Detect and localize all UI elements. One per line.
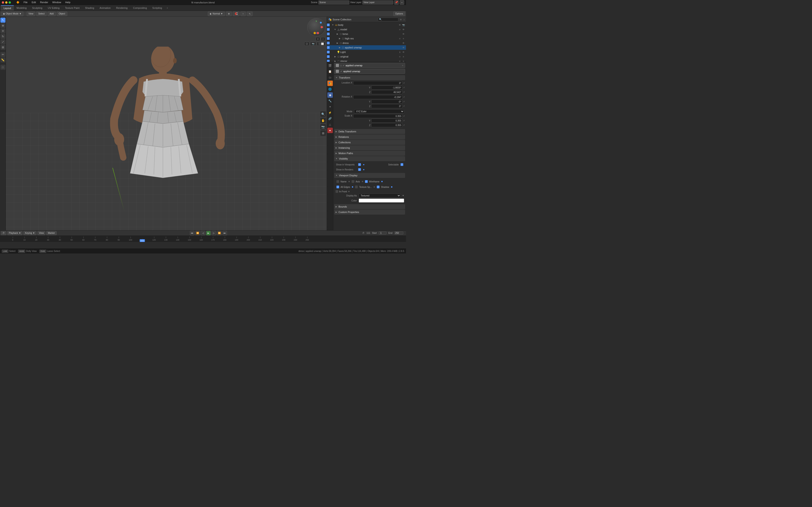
select-menu[interactable]: Select bbox=[36, 11, 47, 16]
prev-keyframe-btn[interactable]: ⏪ bbox=[195, 231, 200, 235]
material-props-icon[interactable]: ● bbox=[327, 128, 333, 133]
menu-render[interactable]: Render bbox=[38, 0, 50, 4]
rotation-y-input[interactable] bbox=[371, 100, 402, 104]
tab-texture-paint[interactable]: Texture Paint bbox=[62, 5, 82, 11]
close-button[interactable] bbox=[2, 1, 4, 4]
add-workspace-icon[interactable]: + bbox=[400, 0, 404, 5]
tab-compositing[interactable]: Compositing bbox=[130, 5, 150, 11]
camera-view-btn[interactable]: 📷 bbox=[310, 42, 316, 46]
scale-z-lock[interactable]: ↺ bbox=[402, 124, 406, 127]
transform-tool[interactable]: ⊞ bbox=[0, 45, 5, 50]
zoom-in-btn[interactable]: + bbox=[316, 37, 320, 41]
tab-rendering[interactable]: Rendering bbox=[113, 5, 130, 11]
zoom-out-btn[interactable]: − bbox=[321, 37, 325, 41]
object-props-icon[interactable]: ◉ bbox=[327, 92, 333, 98]
outliner-sort-icon[interactable]: ↕ bbox=[404, 18, 405, 21]
rotation-x-input[interactable] bbox=[353, 95, 402, 99]
tab-sculpting[interactable]: Sculpting bbox=[30, 5, 45, 11]
measure-tool[interactable]: 📏 bbox=[0, 57, 5, 62]
shadow-checkbox[interactable]: ✓ bbox=[377, 186, 379, 188]
go-to-start-btn[interactable]: ⏮ bbox=[190, 231, 194, 235]
scale-y-lock[interactable]: ↺ bbox=[402, 119, 406, 122]
pin-icon[interactable]: 📌 bbox=[394, 0, 399, 5]
torso-eye-icon[interactable]: 👁 bbox=[402, 33, 405, 35]
instancing-header[interactable]: ▶ Instancing bbox=[334, 145, 405, 150]
output-props-icon[interactable]: 📋 bbox=[327, 69, 333, 74]
rotation-mode-select[interactable]: XYZ Euler XZY Euler Axis Angle Quaternio… bbox=[354, 109, 404, 113]
all-edges-checkbox[interactable]: ✓ bbox=[337, 186, 339, 188]
data-name-input[interactable] bbox=[343, 70, 404, 73]
model-arrow[interactable]: ▼ bbox=[334, 28, 337, 31]
object-color-swatch[interactable] bbox=[336, 64, 339, 67]
light-checkbox[interactable]: ✓ bbox=[327, 51, 329, 53]
scale-z-input[interactable] bbox=[371, 123, 402, 127]
original-checkbox[interactable]: ✓ bbox=[327, 55, 329, 58]
torso-arrow[interactable]: ▶ bbox=[336, 33, 339, 35]
particles-props-icon[interactable]: ✦ bbox=[327, 104, 333, 110]
maximize-button[interactable] bbox=[9, 1, 11, 4]
bounds-header[interactable]: ▶ Bounds bbox=[334, 204, 405, 209]
viewport-3d[interactable]: User Perspective (111) dress | applied u… bbox=[6, 17, 327, 230]
go-to-end-btn[interactable]: ⏭ bbox=[222, 231, 227, 235]
tab-shading[interactable]: Shading bbox=[82, 5, 97, 11]
snap-toggle[interactable]: 🧲 bbox=[233, 11, 240, 16]
motion-paths-header[interactable]: ▶ Motion Paths bbox=[334, 151, 405, 156]
body-arrow[interactable]: ▼ bbox=[331, 24, 335, 26]
original-arrow[interactable]: ▶ bbox=[334, 55, 337, 58]
viewport-display-header[interactable]: ▼ Viewport Display bbox=[334, 173, 405, 178]
end-frame-input[interactable] bbox=[394, 232, 403, 234]
planar-arrow[interactable]: ▶ bbox=[334, 60, 337, 62]
tab-uv-editing[interactable]: UV Editing bbox=[45, 5, 62, 11]
tree-item-torso[interactable]: ✓ ▶ □ torso 👁 bbox=[327, 32, 406, 36]
add-tab-button[interactable]: + bbox=[165, 6, 170, 10]
location-y-input[interactable] bbox=[371, 86, 402, 90]
tree-item-original[interactable]: ✓ ▶ □ original ≡ ≡ bbox=[327, 54, 406, 59]
tree-item-planar[interactable]: ✓ ▶ □ planar ≡ ≡ bbox=[327, 59, 406, 62]
search-icon[interactable]: 🔍 bbox=[320, 111, 326, 117]
orig-icon2[interactable]: ≡ bbox=[402, 55, 405, 58]
tree-item-light[interactable]: ✓ 💡 Light ℹ 👁 bbox=[327, 50, 406, 54]
orig-icon1[interactable]: ≡ bbox=[398, 55, 401, 58]
proportional-edit[interactable]: ○ bbox=[240, 11, 246, 16]
planar-icon2[interactable]: ≡ bbox=[402, 60, 405, 62]
rotation-z-input[interactable] bbox=[371, 104, 402, 108]
view-layer-props-icon[interactable]: 🗂 bbox=[327, 75, 333, 80]
axis-checkbox[interactable] bbox=[352, 180, 354, 183]
visibility-header[interactable]: ▼ Visibility bbox=[334, 156, 405, 161]
tree-item-high-res[interactable]: ✓ ▶ □ high res ≡ ≡ bbox=[327, 36, 406, 41]
location-z-input[interactable] bbox=[371, 90, 402, 94]
menu-edit[interactable]: Edit bbox=[30, 0, 38, 4]
dress-checkbox[interactable]: ✓ bbox=[327, 42, 329, 44]
high-res-checkbox[interactable]: ✓ bbox=[327, 37, 329, 40]
next-keyframe-btn[interactable]: ⏩ bbox=[217, 231, 221, 235]
display-as-select[interactable]: Textured Solid Wire Bounds bbox=[359, 193, 401, 198]
annotate-tool[interactable]: ✏ bbox=[0, 52, 5, 57]
timeline-editor-icon[interactable]: ⏱ bbox=[1, 231, 6, 235]
tree-item-model[interactable]: ✓ ▼ △ model ≡ 👁 bbox=[327, 27, 406, 32]
relations-header[interactable]: ▶ Relations bbox=[334, 134, 405, 139]
options-button[interactable]: Options bbox=[393, 11, 405, 16]
hand-tool-icon[interactable]: ✋ bbox=[320, 118, 326, 123]
physics-props-icon[interactable]: ⚡ bbox=[327, 110, 333, 115]
name-checkbox[interactable] bbox=[337, 180, 339, 183]
scale-x-lock[interactable]: ↺ bbox=[402, 115, 406, 118]
body-checkbox[interactable]: ✓ bbox=[327, 23, 329, 26]
keying-menu[interactable]: Keying ▼ bbox=[23, 231, 36, 235]
object-name-pin[interactable]: ✕ bbox=[402, 64, 404, 67]
body-eye-icon[interactable]: 👁 bbox=[398, 24, 401, 26]
view-layer-selector[interactable] bbox=[362, 0, 393, 5]
cursor-tool[interactable]: ⊕ bbox=[0, 23, 5, 28]
show-renders-checkbox[interactable]: ✓ bbox=[358, 168, 361, 171]
tab-layout[interactable]: Layout bbox=[1, 5, 14, 11]
object-name-input[interactable] bbox=[346, 64, 402, 67]
timeline-ruler[interactable]: 0 10 20 30 40 50 60 70 80 90 100 111 120… bbox=[0, 236, 406, 242]
model-checkbox[interactable]: ✓ bbox=[327, 28, 329, 31]
start-frame-input[interactable] bbox=[378, 232, 387, 234]
view-menu[interactable]: View bbox=[27, 11, 36, 16]
transform-header[interactable]: ▼ Transform bbox=[334, 75, 405, 80]
body-camera-icon[interactable]: 📷 bbox=[402, 24, 405, 26]
hr-icon1[interactable]: ≡ bbox=[398, 37, 401, 40]
data-props-icon[interactable]: △ bbox=[327, 122, 333, 127]
minimize-button[interactable] bbox=[5, 1, 7, 4]
applied-unwrap-checkbox[interactable]: ✓ bbox=[327, 46, 329, 49]
